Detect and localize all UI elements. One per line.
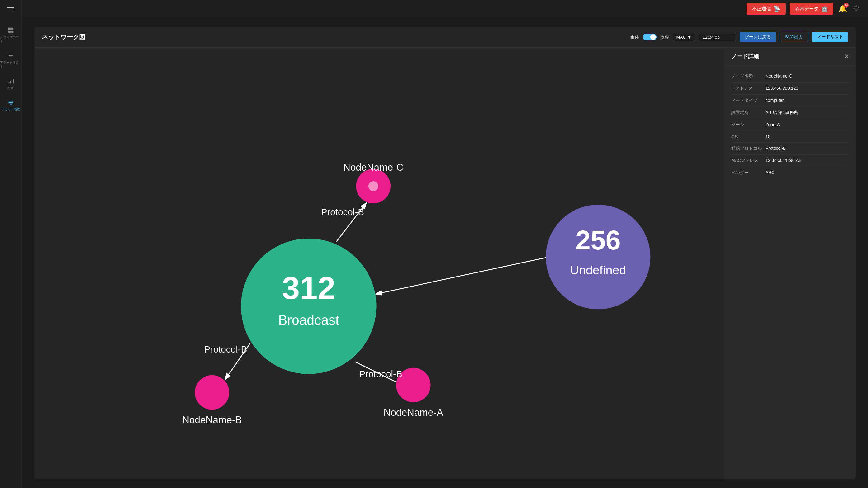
node-b-label: NodeName-B — [182, 414, 242, 425]
detail-label: 設置場所 — [731, 110, 766, 116]
toggle-left-label: 全体 — [630, 34, 639, 40]
svg-output-label: SVG出力 — [785, 34, 803, 39]
node-a-label: NodeName-A — [383, 407, 443, 418]
mac-input[interactable] — [699, 33, 736, 41]
node-broadcast-label: Broadcast — [278, 313, 339, 328]
sidebar-item-asset[interactable]: アセット管理 — [0, 95, 22, 116]
detail-value: Zone-A — [766, 122, 780, 128]
hamburger-menu[interactable] — [5, 4, 17, 16]
detail-label: ベンダー — [731, 170, 766, 176]
svg-rect-1 — [11, 28, 13, 30]
node-c-label: NodeName-C — [343, 162, 403, 173]
network-header: ネットワーク図 全体 抜粋 MAC ▼ ゾーンに戻る SVG出力 — [34, 27, 856, 48]
abnormal-comm-button[interactable]: 不正通信 📡 — [747, 3, 786, 14]
chevron-down-icon: ▼ — [687, 35, 692, 39]
detail-value: A工場 第1事務所 — [766, 110, 798, 116]
svg-point-11 — [10, 104, 11, 105]
topbar: 不正通信 📡 異常データ 🤖 🔔 10 ♡ — [22, 0, 868, 18]
sidebar-item-asset-label: アセット管理 — [2, 107, 20, 112]
share-icon: 📡 — [773, 5, 780, 12]
node-undefined[interactable] — [546, 205, 650, 309]
detail-label: ゾーン — [731, 122, 766, 128]
content-area: ネットワーク図 全体 抜粋 MAC ▼ ゾーンに戻る SVG出力 — [22, 18, 868, 488]
node-detail-title: ノード詳細 — [731, 53, 759, 60]
svg-rect-0 — [8, 28, 10, 30]
robot-icon: 🤖 — [821, 5, 828, 12]
detail-row: OS 10 — [731, 131, 849, 143]
svg-rect-10 — [13, 79, 14, 84]
bell-badge: 10 — [844, 3, 849, 8]
detail-value: NodeName-C — [766, 73, 792, 79]
detail-row: 通信プロトコル Protocol-B — [731, 143, 849, 155]
detail-label: IPアドレス — [731, 86, 766, 91]
toggle-right-label: 抜粋 — [660, 34, 669, 40]
edge-label-bb: Protocol-B — [204, 344, 247, 355]
node-undefined-label: Undefined — [570, 263, 626, 277]
svg-rect-6 — [8, 57, 11, 57]
edge-label-ba: Protocol-B — [359, 369, 402, 379]
node-broadcast-count: 312 — [282, 270, 335, 306]
node-detail-close-button[interactable]: ✕ — [844, 53, 849, 60]
detail-row: ノード名称 NodeName-C — [731, 70, 849, 83]
heart-button[interactable]: ♡ — [852, 3, 861, 14]
sidebar-item-analysis[interactable]: 分析 — [0, 73, 22, 95]
svg-rect-2 — [8, 31, 10, 33]
svg-rect-4 — [8, 54, 13, 55]
detail-row: ベンダー ABC — [731, 167, 849, 179]
edge-undefined-broadcast — [376, 257, 549, 294]
nodelist-button[interactable]: ノードリスト — [812, 32, 848, 42]
back-zone-label: ゾーンに戻る — [745, 34, 771, 39]
detail-value: 123.456.789.123 — [766, 86, 798, 91]
toggle-switch[interactable] — [643, 34, 656, 40]
edge-label-bc: Protocol-B — [321, 207, 364, 217]
abnormal-data-label: 異常データ — [795, 6, 818, 12]
network-graph[interactable]: 312 Broadcast 256 Undefined NodeName-C N… — [34, 48, 725, 479]
nodelist-label: ノードリスト — [817, 34, 843, 39]
svg-rect-3 — [11, 31, 13, 33]
detail-label: 通信プロトコル — [731, 146, 766, 151]
detail-label: ノードタイプ — [731, 98, 766, 103]
header-controls: 全体 抜粋 MAC ▼ ゾーンに戻る SVG出力 ノードリスト — [630, 32, 848, 42]
node-undefined-count: 256 — [576, 225, 621, 255]
sidebar-item-dashboard-label: ダッシュボード — [0, 35, 22, 43]
mac-select[interactable]: MAC ▼ — [673, 33, 695, 41]
sidebar-item-analysis-label: 分析 — [8, 86, 14, 90]
detail-value: Protocol-B — [766, 146, 786, 151]
svg-rect-8 — [10, 81, 11, 84]
svg-rect-9 — [11, 80, 12, 84]
sidebar-item-dashboard[interactable]: ダッシュボード — [0, 23, 22, 48]
sidebar-item-alarm[interactable]: アラートリスト — [0, 48, 22, 73]
svg-rect-5 — [8, 55, 13, 56]
network-title: ネットワーク図 — [42, 33, 85, 41]
detail-value: computer — [766, 98, 784, 103]
abnormal-data-button[interactable]: 異常データ 🤖 — [789, 3, 833, 14]
node-c-inner — [368, 181, 378, 191]
network-container: ネットワーク図 全体 抜粋 MAC ▼ ゾーンに戻る SVG出力 — [34, 27, 856, 479]
detail-row: MACアドレス 12:34:56:78:90:AB — [731, 155, 849, 167]
sidebar: ダッシュボード アラートリスト 分析 アセット管理 — [0, 0, 22, 488]
network-body: 312 Broadcast 256 Undefined NodeName-C N… — [34, 48, 856, 479]
detail-label: OS — [731, 134, 766, 139]
node-broadcast[interactable] — [241, 239, 376, 374]
graph-svg: 312 Broadcast 256 Undefined NodeName-C N… — [34, 48, 725, 479]
detail-value: ABC — [766, 170, 775, 176]
detail-row: IPアドレス 123.456.789.123 — [731, 83, 849, 95]
svg-output-button[interactable]: SVG出力 — [780, 32, 808, 42]
bell-button[interactable]: 🔔 10 — [837, 3, 848, 14]
node-detail-body: ノード名称 NodeName-C IPアドレス 123.456.789.123 … — [725, 65, 856, 184]
sidebar-item-alarm-label: アラートリスト — [0, 60, 22, 69]
main-area: 不正通信 📡 異常データ 🤖 🔔 10 ♡ ネットワーク図 全体 抜粋 M — [22, 0, 868, 488]
back-zone-button[interactable]: ゾーンに戻る — [740, 32, 776, 42]
svg-rect-7 — [8, 82, 9, 84]
detail-value: 10 — [766, 134, 771, 139]
node-detail-panel: ノード詳細 ✕ ノード名称 NodeName-C IPアドレス 123.456.… — [725, 48, 856, 479]
detail-row: ゾーン Zone-A — [731, 119, 849, 131]
detail-label: ノード名称 — [731, 73, 766, 79]
node-b[interactable] — [195, 375, 229, 410]
detail-label: MACアドレス — [731, 158, 766, 163]
abnormal-comm-label: 不正通信 — [752, 6, 771, 12]
detail-value: 12:34:56:78:90:AB — [766, 158, 802, 163]
node-detail-header: ノード詳細 ✕ — [725, 48, 856, 65]
mac-select-label: MAC — [676, 35, 686, 39]
detail-row: 設置場所 A工場 第1事務所 — [731, 107, 849, 119]
